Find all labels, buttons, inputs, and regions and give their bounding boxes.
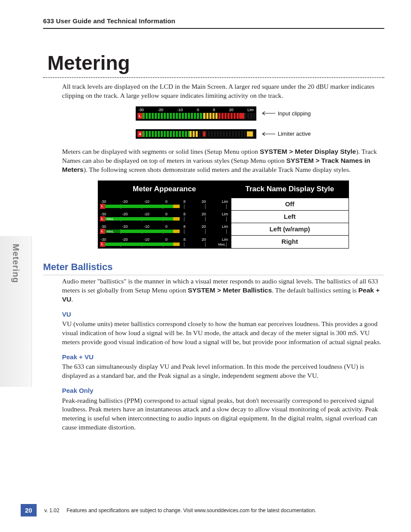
table-row: -30-20-100820Lim L Off xyxy=(98,198,349,210)
disclaimer: Features and specifications are subject … xyxy=(67,507,316,513)
peak-segment xyxy=(203,131,206,137)
vu-paragraph: VU (volume units) meter ballistics corre… xyxy=(62,320,384,347)
meter-scale: -30 -20 -10 0 8 20 Lim xyxy=(137,107,255,113)
tick: 20 xyxy=(229,107,234,112)
footer-note: v. 1.02 Features and specifications are … xyxy=(44,507,316,513)
meter-thumbnail: -30-20-100820Lim L MixL xyxy=(98,210,231,223)
meter-bar: 4 xyxy=(137,131,255,137)
body-content: All track levels are displayed on the LC… xyxy=(43,82,384,432)
page: 633 User Guide and Technical Information… xyxy=(0,0,411,532)
tick: -10 xyxy=(177,107,183,112)
limiter-indicator xyxy=(247,131,253,137)
callout-label: Limiter active xyxy=(278,130,311,138)
clip-indicator xyxy=(239,113,244,118)
text: ). The following screen shots demonstrat… xyxy=(84,166,351,173)
table-row: -30-20-100820Lim L MixL Right xyxy=(98,236,349,248)
table-row: -30-20-100820Lim L MixL Left xyxy=(98,210,349,223)
style-name: Left xyxy=(231,210,349,223)
chapter-title: Metering xyxy=(43,51,384,78)
text: Meters can be displayed with segments or… xyxy=(62,148,260,155)
menu-path: SYSTEM > Meter Display Style xyxy=(260,148,356,155)
meter-bar: L xyxy=(137,113,255,119)
subheading-peak-only: Peak Only xyxy=(62,386,384,395)
diagram-row-input-clipping: -30 -20 -10 0 8 20 Lim L xyxy=(136,106,311,121)
peak-paragraph: Peak-reading ballistics (PPM) correspond… xyxy=(62,396,384,432)
version: v. 1.02 xyxy=(44,507,59,513)
meter-thumbnail: -30-20-100820Lim L MixL xyxy=(98,223,231,236)
paragraph-meter-style: Meters can be displayed with segments or… xyxy=(62,147,384,174)
meter-thumbnail: -30-20-100820Lim L MixL xyxy=(98,236,231,248)
style-name: Off xyxy=(231,198,349,210)
track-name-overlay: MixL xyxy=(106,230,115,233)
tick: 0 xyxy=(197,107,199,112)
meter-box: 4 xyxy=(136,129,256,139)
tick: 8 xyxy=(213,107,215,112)
text: . xyxy=(72,296,73,303)
page-footer: 20 v. 1.02 Features and specifications a… xyxy=(0,504,384,516)
table-row: -30-20-100820Lim L MixL Left (w/ramp) xyxy=(98,223,349,236)
menu-path: SYSTEM > Meter Ballistics xyxy=(188,286,272,294)
track-name-overlay: MixL xyxy=(106,217,115,221)
section-tab: Metering xyxy=(0,236,32,387)
tick: -30 xyxy=(138,107,144,112)
meter-diagram: -30 -20 -10 0 8 20 Lim L xyxy=(62,106,384,139)
section-heading-ballistics: Meter Ballistics xyxy=(43,261,384,276)
track-name-overlay: MixL xyxy=(218,243,227,246)
meter-box: -30 -20 -10 0 8 20 Lim L xyxy=(136,106,256,121)
arrow-left-icon xyxy=(260,132,275,136)
meter-thumbnail: -30-20-100820Lim L xyxy=(98,198,231,210)
style-name: Left (w/ramp) xyxy=(231,223,349,236)
peakvu-paragraph: The 633 can simultaneously display VU an… xyxy=(62,362,384,380)
tick: -20 xyxy=(158,107,163,112)
subheading-vu: VU xyxy=(62,310,384,319)
tick: Lim xyxy=(247,107,254,112)
diagram-row-limiter-active: 4 Limiter active xyxy=(136,129,311,139)
channel-badge: L xyxy=(137,113,143,119)
channel-badge: 4 xyxy=(137,131,143,137)
text: . The default ballistics setting is xyxy=(272,286,358,294)
callout: Input clipping xyxy=(260,110,311,118)
callout: Limiter active xyxy=(260,130,311,138)
section-tab-label: Metering xyxy=(11,244,21,283)
table-header-appearance: Meter Appearance xyxy=(98,180,231,198)
table-header-style: Track Name Display Style xyxy=(231,180,349,198)
callout-label: Input clipping xyxy=(278,110,311,118)
style-name: Right xyxy=(231,236,349,248)
page-number: 20 xyxy=(21,504,37,516)
ballistics-intro: Audio meter "ballistics" is the manner i… xyxy=(62,277,384,304)
meter-appearance-table: Meter Appearance Track Name Display Styl… xyxy=(98,180,349,249)
arrow-left-icon xyxy=(260,111,275,115)
running-header: 633 User Guide and Technical Information xyxy=(43,17,384,29)
intro-paragraph: All track levels are displayed on the LC… xyxy=(62,82,384,100)
subheading-peak-vu: Peak + VU xyxy=(62,353,384,361)
